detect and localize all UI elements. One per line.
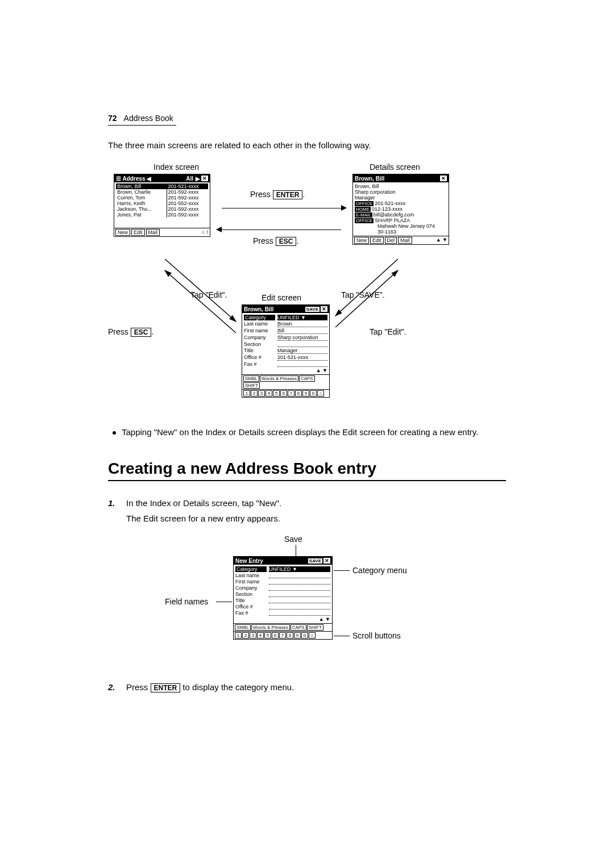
press-esc-label-2: Press ESC. xyxy=(108,327,154,337)
tap-edit-label-left: Tap "Edit". xyxy=(190,290,227,299)
esc-key: ESC xyxy=(131,328,152,337)
svg-line-1 xyxy=(165,270,236,333)
close-icon: ✕ xyxy=(323,558,330,564)
note-bullet: Tapping "New" on the Index or Details sc… xyxy=(113,427,506,437)
save-callout-label: Save xyxy=(284,535,302,544)
section-rule xyxy=(108,480,506,481)
step-1-text: In the Index or Details screen, tap "New… xyxy=(126,498,281,508)
new-entry-title: New Entry xyxy=(235,558,263,564)
step-2-number: 2. xyxy=(108,682,119,692)
page-number: 72 xyxy=(108,114,117,123)
header-section: Address Book xyxy=(124,114,173,123)
category-menu-callout: Category menu xyxy=(352,566,407,575)
bullet-icon xyxy=(113,431,116,435)
enter-key: ENTER xyxy=(151,683,181,692)
scroll-buttons-callout: Scroll buttons xyxy=(352,631,401,640)
field-names-callout: Field names xyxy=(165,597,208,606)
tap-edit-label-right: Tap "Edit". xyxy=(370,327,406,336)
new-entry-diagram: Save New Entry SAVE ✕ CategoryUNFILED ▼L… xyxy=(142,535,506,682)
section-heading: Creating a new Address Book entry xyxy=(108,460,506,478)
header-rule xyxy=(108,125,176,126)
svg-line-2 xyxy=(335,259,398,316)
save-button: SAVE xyxy=(308,558,322,564)
step-2-text: Press ENTER to display the category menu… xyxy=(126,682,294,692)
step-1-subtext: The Edit screen for a new entry appears. xyxy=(126,514,506,523)
intro-text: The three main screens are related to ea… xyxy=(108,140,506,150)
new-entry-screen-thumb: New Entry SAVE ✕ CategoryUNFILED ▼Last n… xyxy=(233,556,333,640)
step-1-number: 1. xyxy=(108,498,119,508)
tap-save-label: Tap "SAVE". xyxy=(341,290,385,299)
note-text: Tapping "New" on the Index or Details sc… xyxy=(122,427,478,437)
screen-relations-diagram: Index screen Details screen ☰ Address ◀ … xyxy=(131,162,506,412)
diagonal-arrows xyxy=(131,162,472,412)
